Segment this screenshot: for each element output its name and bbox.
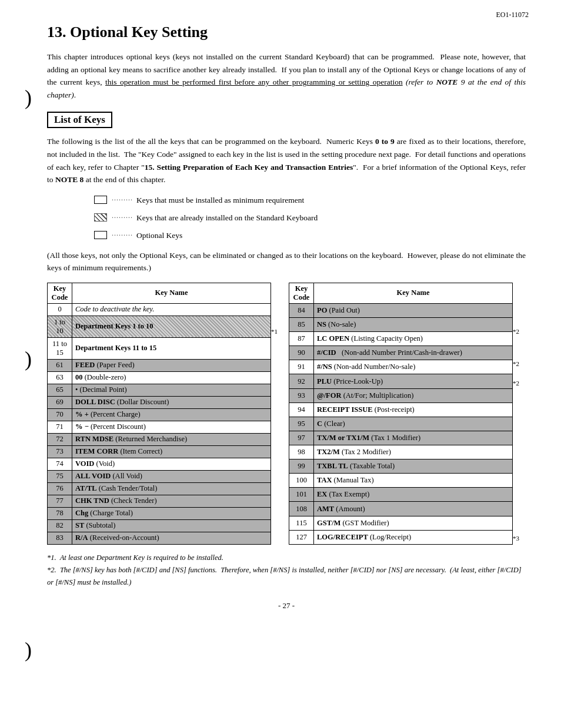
- table-row: 76 AT/TL (Cash Tender/Total): [48, 482, 271, 495]
- table-row: 71 % − (Percent Discount): [48, 421, 271, 433]
- key-code: 100: [289, 474, 314, 488]
- right-header-name: Key Name: [314, 283, 513, 303]
- legend-box-plain: [94, 231, 107, 239]
- section-body: The following is the list of the all the…: [47, 135, 526, 186]
- chapter-title: 13. Optional Key Setting: [47, 24, 526, 41]
- key-code: 73: [48, 445, 72, 458]
- table-row: 93 @/FOR (At/For; Multiplication): [289, 388, 513, 402]
- key-code: 108: [289, 502, 314, 516]
- legend-text-standard: Keys that are already installed on the S…: [136, 210, 318, 226]
- legend-item-optional: ········· Optional Keys: [94, 227, 526, 243]
- key-name: % − (Percent Discount): [72, 421, 271, 433]
- table-row: 63 00 (Double-zero): [48, 371, 271, 384]
- key-table-right: KeyCode Key Name 84 PO (Paid Out) 85 NS …: [289, 283, 513, 545]
- key-name: TX/M or TX1/M (Tax 1 Modifier): [314, 431, 513, 445]
- key-code: 83: [48, 532, 72, 544]
- key-name: TAX (Manual Tax): [314, 474, 513, 488]
- key-name: % + (Percent Charge): [72, 408, 271, 421]
- table-row: 78 Chg (Charge Total): [48, 507, 271, 519]
- key-code: 77: [48, 495, 72, 507]
- table-row: 115 GST/M (GST Modifier): [289, 516, 513, 530]
- key-code: 99: [289, 459, 314, 474]
- table-row: 85 NS (No-sale): [289, 318, 513, 332]
- table-row: 108 AMT (Amount): [289, 502, 513, 516]
- key-name: FEED (Paper Feed): [72, 359, 271, 371]
- table-row: 74 VOID (Void): [48, 458, 271, 470]
- key-code: 1 to 10: [48, 316, 72, 337]
- left-star-col: *1: [271, 283, 283, 545]
- legend-text-optional: Optional Keys: [136, 227, 182, 243]
- key-code: 61: [48, 359, 72, 371]
- key-name: ST (Subtotal): [72, 519, 271, 532]
- right-header-code: KeyCode: [289, 283, 314, 303]
- table-row: 72 RTN MDSE (Returned Merchandise): [48, 433, 271, 445]
- footnotes: *1. At least one Department Key is requi…: [47, 552, 526, 589]
- key-name: #/CID (Non-add Number Print/Cash-in-draw…: [314, 346, 513, 360]
- key-code: 75: [48, 470, 72, 482]
- key-code: 115: [289, 516, 314, 530]
- key-code: 78: [48, 507, 72, 519]
- table-spacer: [283, 283, 289, 545]
- key-code: 63: [48, 371, 72, 384]
- key-name: TX2/M (Tax 2 Modifier): [314, 445, 513, 459]
- table-row: 92 PLU (Price-Look-Up): [289, 374, 513, 388]
- key-table-container: KeyCode Key Name 0 Code to deactivate th…: [47, 283, 526, 545]
- key-code: 85: [289, 318, 314, 332]
- key-name: R/A (Received-on-Account): [72, 532, 271, 544]
- table-row: 97 TX/M or TX1/M (Tax 1 Modifier): [289, 431, 513, 445]
- key-name: Chg (Charge Total): [72, 507, 271, 519]
- table-row: 84 PO (Paid Out): [289, 303, 513, 317]
- intro-paragraph: This chapter introduces optional keys (k…: [47, 51, 526, 101]
- key-name: @/FOR (At/For; Multiplication): [314, 388, 513, 402]
- key-name: ITEM CORR (Item Correct): [72, 445, 271, 458]
- footnote-1: *1. At least one Department Key is requi…: [47, 552, 526, 564]
- key-name: 00 (Double-zero): [72, 371, 271, 384]
- table-row: 91 #/NS (Non-add Number/No-sale): [289, 360, 513, 374]
- key-code: 76: [48, 482, 72, 495]
- table-row: 99 TXBL TL (Taxable Total): [289, 459, 513, 474]
- left-bracket-1: ): [25, 85, 32, 110]
- key-name: #/NS (Non-add Number/No-sale): [314, 360, 513, 374]
- key-name: AMT (Amount): [314, 502, 513, 516]
- key-name: AT/TL (Cash Tender/Total): [72, 482, 271, 495]
- key-code: 95: [289, 417, 314, 431]
- legend: ········· Keys that must be installed as…: [94, 192, 526, 243]
- legend-item-standard: ········· Keys that are already installe…: [94, 210, 526, 226]
- table-row: 0 Code to deactivate the key.: [48, 303, 271, 316]
- key-code: 98: [289, 445, 314, 459]
- key-name: RECEIPT ISSUE (Post-receipt): [314, 402, 513, 417]
- key-name: Department Keys 1 to 10: [72, 316, 271, 337]
- section-header: List of Keys: [47, 112, 112, 128]
- key-name: EX (Tax Exempt): [314, 488, 513, 502]
- key-name: LC OPEN (Listing Capacity Open): [314, 332, 513, 346]
- table-row: 61 FEED (Paper Feed): [48, 359, 271, 371]
- key-name: RTN MDSE (Returned Merchandise): [72, 433, 271, 445]
- table-row: 94 RECEIPT ISSUE (Post-receipt): [289, 402, 513, 417]
- key-code: 101: [289, 488, 314, 502]
- legend-text-minimum: Keys that must be installed as minimum r…: [136, 192, 304, 208]
- key-code: 90: [289, 346, 314, 360]
- table-row: 101 EX (Tax Exempt): [289, 488, 513, 502]
- key-name: DOLL DISC (Dollar Discount): [72, 396, 271, 408]
- key-code: 72: [48, 433, 72, 445]
- key-name: VOID (Void): [72, 458, 271, 470]
- key-code: 82: [48, 519, 72, 532]
- note-all-text: (All those keys, not only the Optional K…: [47, 249, 526, 274]
- key-code: 0: [48, 303, 72, 316]
- key-name: CHK TND (Check Tender): [72, 495, 271, 507]
- key-name: LOG/RECEIPT (Log/Receipt): [314, 530, 513, 544]
- table-row: 100 TAX (Manual Tax): [289, 474, 513, 488]
- key-code: 91: [289, 360, 314, 374]
- key-name: GST/M (GST Modifier): [314, 516, 513, 530]
- key-code: 74: [48, 458, 72, 470]
- left-bracket-2: ): [25, 347, 32, 371]
- table-row: 98 TX2/M (Tax 2 Modifier): [289, 445, 513, 459]
- key-code: 93: [289, 388, 314, 402]
- table-row: 70 % + (Percent Charge): [48, 408, 271, 421]
- table-row: 75 ALL VOID (All Void): [48, 470, 271, 482]
- key-name: • (Decimal Point): [72, 384, 271, 396]
- key-name: Code to deactivate the key.: [72, 303, 271, 316]
- left-bracket-3: ): [25, 638, 32, 662]
- key-name: ALL VOID (All Void): [72, 470, 271, 482]
- key-code: 65: [48, 384, 72, 396]
